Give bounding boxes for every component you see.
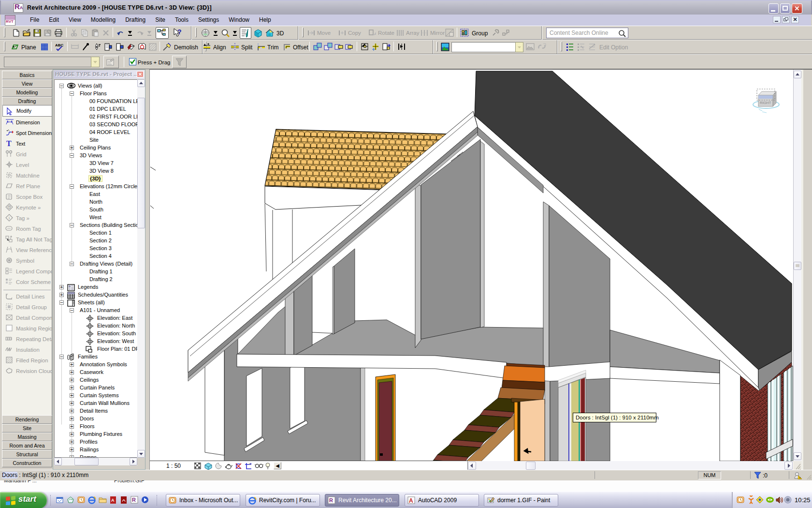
svg-text:T: T [6,139,12,147]
svg-text:A: A [111,498,115,503]
svg-text:?: ? [177,28,182,36]
svg-text:A: A [409,497,413,504]
svg-text:T: T [8,206,11,209]
svg-text:R: R [132,497,136,503]
svg-text:1: 1 [8,216,10,220]
svg-text:RIGHT: RIGHT [760,101,771,105]
svg-text:R: R [329,497,333,503]
svg-text:ABC: ABC [55,43,64,47]
svg-text:Doors : IntSgl (1) : 910 x 211: Doors : IntSgl (1) : 910 x 2110mm [576,415,659,420]
